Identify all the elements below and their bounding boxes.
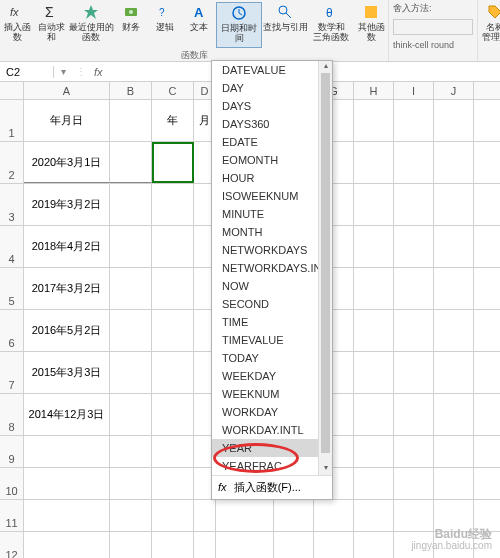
cell[interactable] (152, 142, 194, 183)
cell[interactable] (354, 100, 394, 141)
cell[interactable] (152, 468, 194, 499)
col-header[interactable]: B (110, 82, 152, 99)
cell[interactable] (110, 310, 152, 351)
cell[interactable] (24, 500, 110, 531)
cell[interactable] (394, 184, 434, 225)
cell[interactable] (152, 532, 194, 558)
cell[interactable] (394, 352, 434, 393)
row-header[interactable]: 12 (0, 532, 24, 558)
dropdown-item[interactable]: WORKDAY (212, 403, 332, 421)
logic-button[interactable]: ? 逻辑 (148, 2, 182, 48)
row-header[interactable]: 3 (0, 184, 24, 225)
cell[interactable]: 2015年3月3日 (24, 352, 110, 393)
dropdown-item[interactable]: DAY (212, 79, 332, 97)
cell[interactable] (24, 436, 110, 467)
cell[interactable] (194, 500, 216, 531)
cell[interactable] (24, 532, 110, 558)
cell[interactable] (354, 268, 394, 309)
cell[interactable] (314, 500, 354, 531)
dropdown-item[interactable]: TIME (212, 313, 332, 331)
dropdown-item[interactable]: TODAY (212, 349, 332, 367)
name-box-dropdown[interactable]: ▾ (54, 66, 72, 77)
dropdown-item[interactable]: YEAR (212, 439, 332, 457)
cell[interactable] (394, 500, 434, 531)
cell[interactable] (354, 142, 394, 183)
cell[interactable] (274, 500, 314, 531)
cell[interactable] (394, 394, 434, 435)
cell[interactable]: 2020年3月1日 (24, 142, 110, 183)
cell[interactable] (110, 268, 152, 309)
other-functions-button[interactable]: 其他函数 (354, 2, 388, 48)
cell[interactable] (152, 268, 194, 309)
insert-function-footer[interactable]: fx 插入函数(F)... (212, 475, 332, 499)
cell[interactable] (110, 500, 152, 531)
scroll-up-icon[interactable]: ▴ (319, 61, 332, 73)
dropdown-item[interactable]: HOUR (212, 169, 332, 187)
dropdown-item[interactable]: DAYS360 (212, 115, 332, 133)
cell[interactable] (434, 184, 474, 225)
cell[interactable] (314, 532, 354, 558)
dropdown-item[interactable]: NOW (212, 277, 332, 295)
cell[interactable] (434, 100, 474, 141)
cell[interactable] (394, 310, 434, 351)
text-button[interactable]: A 文本 (182, 2, 216, 48)
cell[interactable] (110, 394, 152, 435)
cell[interactable]: 2017年3月2日 (24, 268, 110, 309)
dropdown-item[interactable]: WEEKNUM (212, 385, 332, 403)
cell[interactable] (110, 226, 152, 267)
dropdown-item[interactable]: YEARFRAC (212, 457, 332, 475)
cell[interactable] (394, 142, 434, 183)
row-header[interactable]: 2 (0, 142, 24, 183)
cell[interactable] (110, 436, 152, 467)
row-header[interactable]: 10 (0, 468, 24, 499)
recent-functions-button[interactable]: 最近使用的 函数 (68, 2, 114, 48)
fx-button[interactable]: fx (90, 66, 107, 78)
cell[interactable] (434, 468, 474, 499)
dropdown-item[interactable]: NETWORKDAYS.INTL (212, 259, 332, 277)
cell[interactable] (434, 436, 474, 467)
cell[interactable] (434, 142, 474, 183)
dropdown-item[interactable]: NETWORKDAYS (212, 241, 332, 259)
cell[interactable]: 年 (152, 100, 194, 141)
math-trig-button[interactable]: θ 数学和 三角函数 (308, 2, 354, 48)
cell[interactable]: 2018年4月2日 (24, 226, 110, 267)
dropdown-item[interactable]: MONTH (212, 223, 332, 241)
cell[interactable] (354, 226, 394, 267)
dropdown-scrollbar[interactable]: ▴ ▾ (318, 61, 332, 475)
cell[interactable] (394, 436, 434, 467)
cell[interactable] (152, 184, 194, 225)
cell[interactable] (110, 184, 152, 225)
row-header[interactable]: 11 (0, 500, 24, 531)
cell[interactable] (394, 468, 434, 499)
row-header[interactable]: 5 (0, 268, 24, 309)
insert-function-button[interactable]: fx 插入函数 (0, 2, 34, 48)
cell[interactable] (354, 500, 394, 531)
cell[interactable] (394, 268, 434, 309)
cell[interactable] (152, 436, 194, 467)
col-header[interactable]: C (152, 82, 194, 99)
name-box[interactable]: C2 (0, 66, 54, 78)
cell[interactable] (152, 226, 194, 267)
dropdown-item[interactable]: ISOWEEKNUM (212, 187, 332, 205)
cell[interactable] (394, 226, 434, 267)
dropdown-item[interactable]: EOMONTH (212, 151, 332, 169)
dropdown-item[interactable]: DATEVALUE (212, 61, 332, 79)
cell[interactable] (110, 142, 152, 183)
dropdown-item[interactable]: TIMEVALUE (212, 331, 332, 349)
row-header[interactable]: 7 (0, 352, 24, 393)
cell[interactable] (152, 394, 194, 435)
cell[interactable] (434, 226, 474, 267)
dropdown-item[interactable]: SECOND (212, 295, 332, 313)
finance-button[interactable]: 财务 (114, 2, 148, 48)
row-header[interactable]: 8 (0, 394, 24, 435)
cell[interactable] (194, 532, 216, 558)
cell[interactable]: 2016年5月2日 (24, 310, 110, 351)
rounding-dropdown[interactable] (393, 19, 473, 35)
cell[interactable] (434, 310, 474, 351)
cell[interactable] (434, 394, 474, 435)
cell[interactable] (110, 468, 152, 499)
cell[interactable] (110, 352, 152, 393)
cell[interactable] (394, 100, 434, 141)
row-header[interactable]: 9 (0, 436, 24, 467)
select-all-corner[interactable] (0, 82, 24, 99)
